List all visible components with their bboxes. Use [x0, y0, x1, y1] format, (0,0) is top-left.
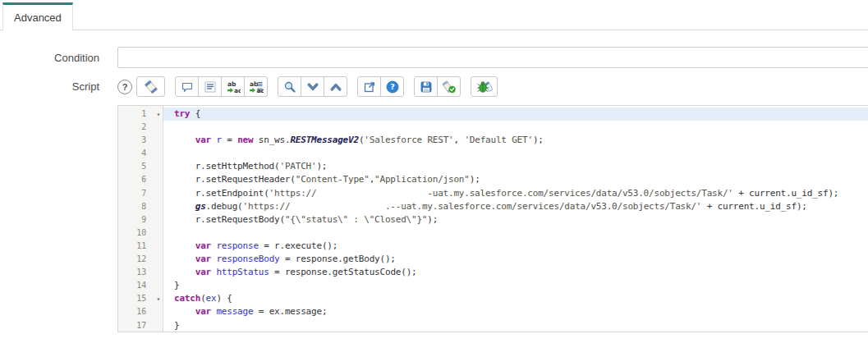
- line-number: 6: [118, 173, 163, 186]
- tab-bar: Advanced: [0, 0, 868, 30]
- code-line[interactable]: 8 gs.debug('https:// .--uat.my.salesforc…: [118, 200, 868, 213]
- window-button-group: ?: [357, 76, 404, 97]
- code-line[interactable]: 11 var response = r.execute();: [118, 240, 868, 253]
- condition-label: Condition: [0, 47, 99, 64]
- replace-all-button[interactable]: abac: [244, 76, 268, 97]
- line-number: 5: [118, 160, 163, 173]
- line-number: 1▾: [118, 107, 163, 121]
- syntax-check-button[interactable]: [437, 76, 461, 97]
- line-number: 11: [118, 240, 163, 253]
- debug-icon: [476, 80, 493, 94]
- script-toggle-button[interactable]: [136, 76, 165, 97]
- help-circle-icon[interactable]: ?: [117, 80, 132, 94]
- chevron-down-icon: [306, 80, 319, 94]
- fold-marker-icon[interactable]: ▾: [156, 293, 160, 306]
- comment-icon: [181, 80, 194, 94]
- format-code-button[interactable]: [198, 76, 222, 97]
- code-line-text: var responseBody = response.getBody();: [163, 253, 868, 266]
- comment-button[interactable]: [175, 76, 199, 97]
- tab-advanced[interactable]: Advanced: [2, 2, 73, 30]
- line-number: 14: [118, 279, 163, 292]
- line-number: 8: [118, 200, 163, 213]
- line-number: 3: [118, 134, 163, 147]
- code-line-text: }: [163, 319, 868, 332]
- line-number: 2: [118, 121, 163, 134]
- syntax-check-icon: [442, 80, 457, 94]
- code-line-text: try {: [163, 107, 868, 121]
- replace-button[interactable]: abac: [221, 76, 245, 97]
- help-icon: ?: [386, 80, 399, 94]
- line-number: 10: [118, 226, 163, 240]
- code-line[interactable]: 17}: [118, 319, 868, 332]
- code-line[interactable]: 5 r.setHttpMethod('PATCH');: [118, 160, 868, 173]
- script-toggle-icon: [144, 80, 158, 94]
- open-fullscreen-button[interactable]: [357, 76, 381, 97]
- replace-icon: abac: [226, 80, 241, 94]
- tab-bar-divider: [0, 30, 868, 30]
- save-button-group: [414, 76, 461, 97]
- find-next-button[interactable]: [301, 76, 324, 97]
- code-line-text: var message = ex.message;: [163, 305, 868, 318]
- debug-button[interactable]: [471, 76, 498, 97]
- replace-all-icon: abac: [249, 80, 264, 94]
- script-label: Script: [0, 76, 99, 93]
- code-line-text: var response = r.execute();: [163, 240, 868, 253]
- line-number: 17: [118, 319, 163, 332]
- open-fullscreen-icon: [363, 80, 376, 94]
- code-line[interactable]: 12 var responseBody = response.getBody()…: [118, 253, 868, 266]
- svg-text:ac: ac: [256, 86, 264, 93]
- code-line[interactable]: 3 var r = new sn_ws.RESTMessageV2('Sales…: [118, 134, 868, 147]
- fold-marker-icon[interactable]: ▾: [156, 108, 160, 121]
- code-line-text: [163, 147, 868, 160]
- code-line-text: [163, 226, 868, 240]
- code-line[interactable]: 4: [118, 147, 868, 160]
- line-number: 13: [118, 266, 163, 279]
- save-icon: [420, 80, 433, 94]
- code-line-text: r.setRequestHeader("Content-Type","Appli…: [163, 173, 868, 186]
- search-icon: [283, 80, 296, 94]
- code-line[interactable]: 7 r.setEndpoint('https:// -uat.my.salesf…: [118, 187, 868, 200]
- tab-label: Advanced: [14, 11, 62, 24]
- code-line-text: var r = new sn_ws.RESTMessageV2('Salesfo…: [163, 134, 868, 147]
- line-number: 9: [118, 213, 163, 226]
- code-editor-lines: 1▾try {23 var r = new sn_ws.RESTMessageV…: [118, 106, 868, 332]
- edit-button-group: abac abac: [175, 76, 268, 97]
- code-line[interactable]: 13 var httpStatus = response.getStatusCo…: [118, 266, 868, 279]
- line-number: 7: [118, 187, 163, 200]
- code-line-text: [163, 121, 868, 134]
- code-line[interactable]: 9 r.setRequestBody("{\"status\" : \"Clos…: [118, 213, 868, 226]
- condition-row: Condition: [0, 47, 868, 68]
- code-line[interactable]: 2: [118, 121, 868, 134]
- code-line[interactable]: 10: [118, 226, 868, 240]
- script-editor[interactable]: 1▾try {23 var r = new sn_ws.RESTMessageV…: [117, 105, 868, 332]
- svg-text:ac: ac: [234, 86, 241, 94]
- code-line[interactable]: 6 r.setRequestHeader("Content-Type","App…: [118, 173, 868, 186]
- code-line-text: r.setHttpMethod('PATCH');: [163, 160, 868, 173]
- save-button[interactable]: [414, 76, 438, 97]
- script-toolbar: ? abac abac: [117, 76, 868, 97]
- code-line[interactable]: 16 var message = ex.message;: [118, 305, 868, 318]
- find-previous-button[interactable]: [324, 76, 347, 97]
- svg-text:?: ?: [390, 82, 395, 91]
- code-line-text: r.setRequestBody("{\"status\" : \"Closed…: [163, 213, 868, 226]
- code-line-text: r.setEndpoint('https:// -uat.my.salesfor…: [163, 187, 868, 200]
- editor-help-button[interactable]: ?: [380, 76, 404, 97]
- code-line[interactable]: 15▾catch(ex) {: [118, 292, 868, 305]
- code-line-text: catch(ex) {: [163, 292, 868, 305]
- condition-input[interactable]: [117, 47, 868, 68]
- chevron-up-icon: [329, 80, 342, 94]
- code-line-text: var httpStatus = response.getStatusCode(…: [163, 266, 868, 279]
- script-row: Script ? abac abac: [0, 76, 868, 332]
- code-line[interactable]: 14}: [118, 279, 868, 292]
- line-number: 16: [118, 305, 163, 318]
- line-number: 15▾: [118, 292, 163, 305]
- line-number: 4: [118, 147, 163, 160]
- code-line[interactable]: 1▾try {: [118, 107, 868, 121]
- search-button[interactable]: [278, 76, 301, 97]
- code-line-text: gs.debug('https:// .--uat.my.salesforce.…: [163, 200, 868, 213]
- format-code-icon: [204, 80, 217, 94]
- search-button-group: [278, 76, 347, 97]
- line-number: 12: [118, 253, 163, 266]
- code-line-text: }: [163, 279, 868, 292]
